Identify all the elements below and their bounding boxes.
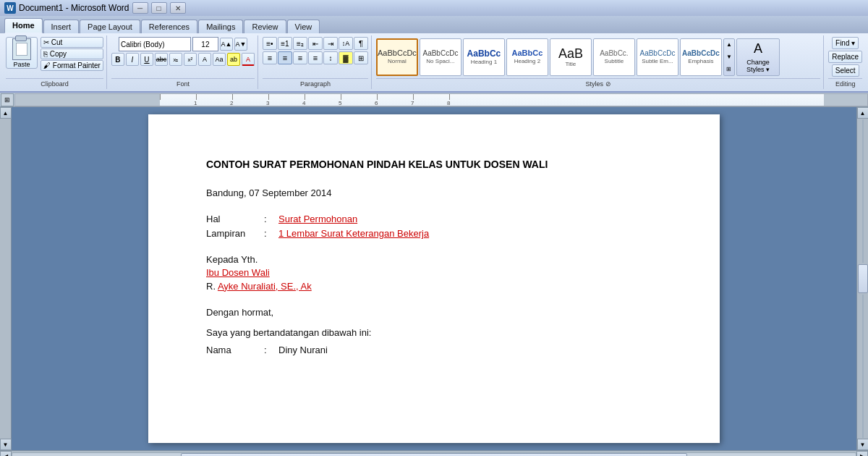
- ruler: 1 2 3 4 5 6 7 8: [14, 93, 868, 106]
- clear-format-button[interactable]: A: [198, 53, 211, 66]
- tab-view[interactable]: View: [287, 20, 320, 33]
- ribbon-content: Paste ✂ Cut ⎘ Copy 🖌 Format Painter Clip…: [0, 33, 868, 93]
- select-button[interactable]: Select: [832, 64, 859, 77]
- subscript-button[interactable]: x₂: [169, 53, 182, 66]
- styles-scroll-button[interactable]: ▲ ▼ ⊞: [723, 38, 735, 76]
- lampiran-value: 1 Lembar Surat Keterangan Bekerja: [278, 227, 662, 240]
- style-emphasis[interactable]: AaBbCcDc Emphasis: [680, 38, 722, 76]
- scroll-up-right-button[interactable]: ▲: [857, 107, 869, 119]
- font-grow-button[interactable]: A▲: [220, 38, 233, 51]
- font-color-button[interactable]: A: [242, 53, 255, 66]
- ruler-toggle-button[interactable]: ⊞: [1, 93, 14, 106]
- styles-expand-icon[interactable]: ⊘: [605, 80, 611, 88]
- line-spacing-button[interactable]: ↕: [323, 51, 338, 64]
- format-painter-button[interactable]: 🖌 Format Painter: [41, 60, 103, 71]
- style-title[interactable]: AaB Title: [550, 38, 592, 76]
- nama-field-row: Nama : Diny Nurani: [206, 344, 662, 357]
- lampiran-field-row: Lampiran : 1 Lembar Surat Keterangan Bek…: [206, 227, 662, 240]
- scroll-right-button[interactable]: ▶: [856, 451, 868, 457]
- tab-home[interactable]: Home: [4, 18, 43, 33]
- find-button[interactable]: Find ▾: [832, 37, 859, 49]
- tab-page-layout[interactable]: Page Layout: [80, 20, 140, 33]
- highlight-button[interactable]: ab: [227, 53, 240, 66]
- document-page: CONTOH SURAT PERMOHONAN PINDAH KELAS UNT…: [148, 114, 720, 443]
- strikethrough-button[interactable]: abc: [155, 53, 168, 66]
- borders-button[interactable]: ⊞: [354, 51, 368, 64]
- hal-value: Surat Permohonan: [278, 213, 662, 226]
- scroll-down-right-button[interactable]: ▼: [857, 439, 869, 450]
- paste-label: Paste: [13, 61, 30, 68]
- show-marks-button[interactable]: ¶: [354, 37, 368, 50]
- nama-value: Diny Nurani: [278, 344, 662, 357]
- font-group: A▲ A▼ B I U abc x₂ x² A Aa ab A Font: [109, 35, 258, 89]
- lampiran-label: Lampiran: [206, 227, 264, 240]
- align-right-button[interactable]: ≡: [293, 51, 307, 64]
- copy-button[interactable]: ⎘ Copy: [41, 48, 103, 59]
- justify-button[interactable]: ≡: [308, 51, 323, 64]
- bullets-button[interactable]: ≡•: [263, 37, 277, 50]
- greeting: Dengan hormat,: [206, 306, 662, 319]
- style-heading1[interactable]: AaBbCc Heading 1: [463, 38, 505, 76]
- scroll-down-button[interactable]: ▼: [0, 439, 12, 450]
- scroll-thumb[interactable]: [181, 453, 687, 457]
- tab-references[interactable]: References: [141, 20, 197, 33]
- scroll-up-button[interactable]: ▲: [0, 107, 12, 119]
- font-name-input[interactable]: [119, 37, 191, 51]
- hal-colon: :: [264, 213, 278, 226]
- align-left-button[interactable]: ≡: [263, 51, 277, 64]
- close-button[interactable]: ✕: [170, 2, 186, 14]
- style-heading2[interactable]: AaBbCc Heading 2: [506, 38, 548, 76]
- nama-colon: :: [264, 344, 278, 357]
- title-text: Document1 - Microsoft Word: [19, 3, 129, 13]
- clipboard-group: Paste ✂ Cut ⎘ Copy 🖌 Format Painter Clip…: [3, 35, 107, 89]
- scroll-left-button[interactable]: ◀: [0, 451, 12, 457]
- shading-button[interactable]: ▓: [339, 51, 353, 64]
- style-no-spacing[interactable]: AaBbCcDc No Spaci...: [420, 38, 461, 76]
- paragraph-group-label: Paragraph: [263, 78, 368, 88]
- document-date: Bandung, 07 September 2014: [206, 187, 662, 200]
- styles-gallery: AaBbCcDc Normal AaBbCcDc No Spaci... AaB…: [376, 38, 722, 76]
- maximize-button[interactable]: □: [151, 2, 167, 14]
- styles-group: AaBbCcDc Normal AaBbCcDc No Spaci... AaB…: [373, 35, 824, 89]
- ribbon: Home Insert Page Layout References Maili…: [0, 16, 868, 93]
- clipboard-small-buttons: ✂ Cut ⎘ Copy 🖌 Format Painter: [41, 37, 103, 77]
- style-normal[interactable]: AaBbCcDc Normal: [376, 38, 418, 76]
- style-subtitle[interactable]: AaBbCc. Subtitle: [593, 38, 635, 76]
- case-button[interactable]: Aa: [213, 53, 226, 66]
- tab-insert[interactable]: Insert: [43, 20, 80, 33]
- recipient-name-underlined: Ayke Nuraliati, SE., Ak: [218, 281, 312, 292]
- styles-group-label: Styles ⊘: [376, 78, 820, 88]
- font-shrink-button[interactable]: A▼: [234, 38, 247, 51]
- change-styles-button[interactable]: A Change Styles ▾: [736, 38, 780, 76]
- clipboard-group-label: Clipboard: [6, 78, 103, 88]
- numbering-button[interactable]: ≡1: [278, 37, 292, 50]
- underline-button[interactable]: U: [140, 53, 153, 66]
- intro-text: Saya yang bertandatangan dibawah ini:: [206, 326, 662, 339]
- style-subtle-em[interactable]: AaBbCcDc Subtle Em...: [637, 38, 678, 76]
- paragraph-group: ≡• ≡1 ≡₂ ⇤ ⇥ ↕A ¶ ≡ ≡ ≡ ≡ ↕ ▓ ⊞: [260, 35, 372, 89]
- align-center-button[interactable]: ≡: [278, 51, 292, 64]
- main-area: ▲ ▼ CONTOH SURAT PERMOHONAN PINDAH KELAS…: [0, 107, 868, 450]
- paste-button[interactable]: Paste: [6, 37, 38, 69]
- superscript-button[interactable]: x²: [184, 53, 197, 66]
- right-scroll: ▲ ▼: [856, 107, 868, 450]
- minimize-button[interactable]: ─: [132, 2, 148, 14]
- tab-review[interactable]: Review: [244, 20, 286, 33]
- increase-indent-button[interactable]: ⇥: [323, 37, 338, 50]
- italic-button[interactable]: I: [126, 53, 139, 66]
- document-area: CONTOH SURAT PERMOHONAN PINDAH KELAS UNT…: [12, 107, 856, 450]
- multilevel-button[interactable]: ≡₂: [293, 37, 307, 50]
- bold-button[interactable]: B: [111, 53, 124, 66]
- sort-button[interactable]: ↕A: [339, 37, 353, 50]
- font-group-label: Font: [111, 78, 255, 88]
- editing-group-label: Editing: [828, 78, 862, 88]
- replace-button[interactable]: Replace: [828, 51, 862, 63]
- cut-button[interactable]: ✂ Cut: [41, 37, 103, 48]
- greeting-section: Dengan hormat, Saya yang bertandatangan …: [206, 306, 662, 358]
- tab-mailings[interactable]: Mailings: [198, 20, 243, 33]
- hal-label: Hal: [206, 213, 264, 226]
- font-size-input[interactable]: [192, 37, 218, 51]
- document-date-section: Bandung, 07 September 2014: [206, 187, 662, 200]
- recipient-role: Ibu Dosen Wali: [206, 266, 662, 279]
- decrease-indent-button[interactable]: ⇤: [308, 37, 323, 50]
